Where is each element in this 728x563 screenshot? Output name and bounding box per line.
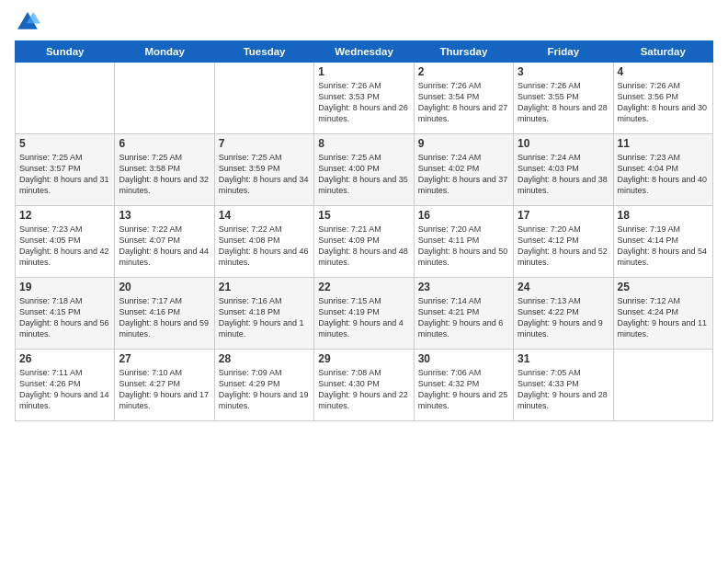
day-info: Sunrise: 7:26 AM Sunset: 3:56 PM Dayligh… xyxy=(618,80,709,125)
day-number: 7 xyxy=(219,137,310,150)
day-cell xyxy=(115,63,214,134)
day-number: 23 xyxy=(418,281,509,293)
day-info: Sunrise: 7:24 AM Sunset: 4:03 PM Dayligh… xyxy=(518,152,609,197)
day-number: 14 xyxy=(219,209,310,222)
logo-icon xyxy=(15,9,40,35)
day-cell: 4Sunrise: 7:26 AM Sunset: 3:56 PM Daylig… xyxy=(613,63,712,134)
day-number: 6 xyxy=(119,137,210,150)
week-row-5: 26Sunrise: 7:11 AM Sunset: 4:26 PM Dayli… xyxy=(16,350,713,421)
day-number: 11 xyxy=(618,137,709,150)
day-cell: 24Sunrise: 7:13 AM Sunset: 4:22 PM Dayli… xyxy=(514,278,613,350)
day-cell: 12Sunrise: 7:23 AM Sunset: 4:05 PM Dayli… xyxy=(16,206,115,278)
day-info: Sunrise: 7:24 AM Sunset: 4:02 PM Dayligh… xyxy=(418,152,509,197)
day-number: 3 xyxy=(518,65,609,78)
day-info: Sunrise: 7:26 AM Sunset: 3:54 PM Dayligh… xyxy=(418,80,509,125)
day-number: 25 xyxy=(618,281,709,293)
day-number: 1 xyxy=(318,65,409,78)
day-cell: 27Sunrise: 7:10 AM Sunset: 4:27 PM Dayli… xyxy=(115,350,214,421)
day-number: 2 xyxy=(418,65,509,78)
day-cell: 31Sunrise: 7:05 AM Sunset: 4:33 PM Dayli… xyxy=(514,350,613,421)
weekday-saturday: Saturday xyxy=(613,41,712,63)
day-info: Sunrise: 7:13 AM Sunset: 4:22 PM Dayligh… xyxy=(518,295,609,340)
day-info: Sunrise: 7:16 AM Sunset: 4:18 PM Dayligh… xyxy=(219,295,310,340)
weekday-sunday: Sunday xyxy=(16,41,115,63)
day-info: Sunrise: 7:08 AM Sunset: 4:30 PM Dayligh… xyxy=(318,367,409,412)
day-cell: 19Sunrise: 7:18 AM Sunset: 4:15 PM Dayli… xyxy=(16,278,115,350)
day-cell: 28Sunrise: 7:09 AM Sunset: 4:29 PM Dayli… xyxy=(214,350,313,421)
day-number: 19 xyxy=(19,281,110,293)
header xyxy=(15,9,713,35)
day-info: Sunrise: 7:26 AM Sunset: 3:53 PM Dayligh… xyxy=(318,80,409,125)
day-cell: 26Sunrise: 7:11 AM Sunset: 4:26 PM Dayli… xyxy=(16,350,115,421)
day-number: 24 xyxy=(518,281,609,293)
calendar-table: SundayMondayTuesdayWednesdayThursdayFrid… xyxy=(15,40,713,421)
weekday-thursday: Thursday xyxy=(414,41,513,63)
weekday-monday: Monday xyxy=(115,41,214,63)
weekday-wednesday: Wednesday xyxy=(314,41,414,63)
day-info: Sunrise: 7:11 AM Sunset: 4:26 PM Dayligh… xyxy=(19,367,110,412)
day-number: 22 xyxy=(318,281,409,293)
week-row-1: 1Sunrise: 7:26 AM Sunset: 3:53 PM Daylig… xyxy=(16,63,713,134)
weekday-tuesday: Tuesday xyxy=(214,41,313,63)
day-number: 28 xyxy=(219,352,310,365)
day-info: Sunrise: 7:06 AM Sunset: 4:32 PM Dayligh… xyxy=(418,367,509,412)
day-cell: 23Sunrise: 7:14 AM Sunset: 4:21 PM Dayli… xyxy=(414,278,513,350)
day-info: Sunrise: 7:25 AM Sunset: 3:58 PM Dayligh… xyxy=(119,152,210,197)
day-cell: 5Sunrise: 7:25 AM Sunset: 3:57 PM Daylig… xyxy=(16,134,115,206)
day-cell: 10Sunrise: 7:24 AM Sunset: 4:03 PM Dayli… xyxy=(514,134,613,206)
day-info: Sunrise: 7:23 AM Sunset: 4:04 PM Dayligh… xyxy=(618,152,709,197)
week-row-4: 19Sunrise: 7:18 AM Sunset: 4:15 PM Dayli… xyxy=(16,278,713,350)
page: SundayMondayTuesdayWednesdayThursdayFrid… xyxy=(0,0,728,563)
week-row-2: 5Sunrise: 7:25 AM Sunset: 3:57 PM Daylig… xyxy=(16,134,713,206)
day-number: 31 xyxy=(518,352,609,365)
day-info: Sunrise: 7:14 AM Sunset: 4:21 PM Dayligh… xyxy=(418,295,509,340)
day-cell: 3Sunrise: 7:26 AM Sunset: 3:55 PM Daylig… xyxy=(514,63,613,134)
day-cell: 22Sunrise: 7:15 AM Sunset: 4:19 PM Dayli… xyxy=(314,278,414,350)
day-info: Sunrise: 7:15 AM Sunset: 4:19 PM Dayligh… xyxy=(318,295,409,340)
day-number: 13 xyxy=(119,209,210,222)
day-number: 9 xyxy=(418,137,509,150)
day-number: 10 xyxy=(518,137,609,150)
day-info: Sunrise: 7:19 AM Sunset: 4:14 PM Dayligh… xyxy=(618,224,709,269)
weekday-header-row: SundayMondayTuesdayWednesdayThursdayFrid… xyxy=(16,41,713,63)
day-info: Sunrise: 7:09 AM Sunset: 4:29 PM Dayligh… xyxy=(219,367,310,412)
weekday-friday: Friday xyxy=(514,41,613,63)
day-info: Sunrise: 7:25 AM Sunset: 3:57 PM Dayligh… xyxy=(19,152,110,197)
day-cell xyxy=(613,350,712,421)
day-number: 18 xyxy=(618,209,709,222)
day-cell: 13Sunrise: 7:22 AM Sunset: 4:07 PM Dayli… xyxy=(115,206,214,278)
day-cell: 21Sunrise: 7:16 AM Sunset: 4:18 PM Dayli… xyxy=(214,278,313,350)
day-info: Sunrise: 7:22 AM Sunset: 4:08 PM Dayligh… xyxy=(219,224,310,269)
day-cell: 17Sunrise: 7:20 AM Sunset: 4:12 PM Dayli… xyxy=(514,206,613,278)
day-number: 16 xyxy=(418,209,509,222)
day-info: Sunrise: 7:12 AM Sunset: 4:24 PM Dayligh… xyxy=(618,295,709,340)
day-info: Sunrise: 7:25 AM Sunset: 3:59 PM Dayligh… xyxy=(219,152,310,197)
day-cell: 25Sunrise: 7:12 AM Sunset: 4:24 PM Dayli… xyxy=(613,278,712,350)
day-info: Sunrise: 7:10 AM Sunset: 4:27 PM Dayligh… xyxy=(119,367,210,412)
day-cell: 15Sunrise: 7:21 AM Sunset: 4:09 PM Dayli… xyxy=(314,206,414,278)
day-cell: 16Sunrise: 7:20 AM Sunset: 4:11 PM Dayli… xyxy=(414,206,513,278)
day-cell: 20Sunrise: 7:17 AM Sunset: 4:16 PM Dayli… xyxy=(115,278,214,350)
day-info: Sunrise: 7:22 AM Sunset: 4:07 PM Dayligh… xyxy=(119,224,210,269)
day-info: Sunrise: 7:25 AM Sunset: 4:00 PM Dayligh… xyxy=(318,152,409,197)
week-row-3: 12Sunrise: 7:23 AM Sunset: 4:05 PM Dayli… xyxy=(16,206,713,278)
day-info: Sunrise: 7:21 AM Sunset: 4:09 PM Dayligh… xyxy=(318,224,409,269)
day-number: 29 xyxy=(318,352,409,365)
day-info: Sunrise: 7:17 AM Sunset: 4:16 PM Dayligh… xyxy=(119,295,210,340)
day-cell: 30Sunrise: 7:06 AM Sunset: 4:32 PM Dayli… xyxy=(414,350,513,421)
day-info: Sunrise: 7:20 AM Sunset: 4:11 PM Dayligh… xyxy=(418,224,509,269)
day-info: Sunrise: 7:23 AM Sunset: 4:05 PM Dayligh… xyxy=(19,224,110,269)
day-cell: 6Sunrise: 7:25 AM Sunset: 3:58 PM Daylig… xyxy=(115,134,214,206)
day-cell: 7Sunrise: 7:25 AM Sunset: 3:59 PM Daylig… xyxy=(214,134,313,206)
day-number: 5 xyxy=(19,137,110,150)
day-number: 15 xyxy=(318,209,409,222)
day-info: Sunrise: 7:20 AM Sunset: 4:12 PM Dayligh… xyxy=(518,224,609,269)
day-number: 8 xyxy=(318,137,409,150)
day-number: 4 xyxy=(618,65,709,78)
day-cell: 14Sunrise: 7:22 AM Sunset: 4:08 PM Dayli… xyxy=(214,206,313,278)
day-info: Sunrise: 7:26 AM Sunset: 3:55 PM Dayligh… xyxy=(518,80,609,125)
day-number: 21 xyxy=(219,281,310,293)
day-cell: 1Sunrise: 7:26 AM Sunset: 3:53 PM Daylig… xyxy=(314,63,414,134)
day-cell: 18Sunrise: 7:19 AM Sunset: 4:14 PM Dayli… xyxy=(613,206,712,278)
logo xyxy=(15,9,44,35)
